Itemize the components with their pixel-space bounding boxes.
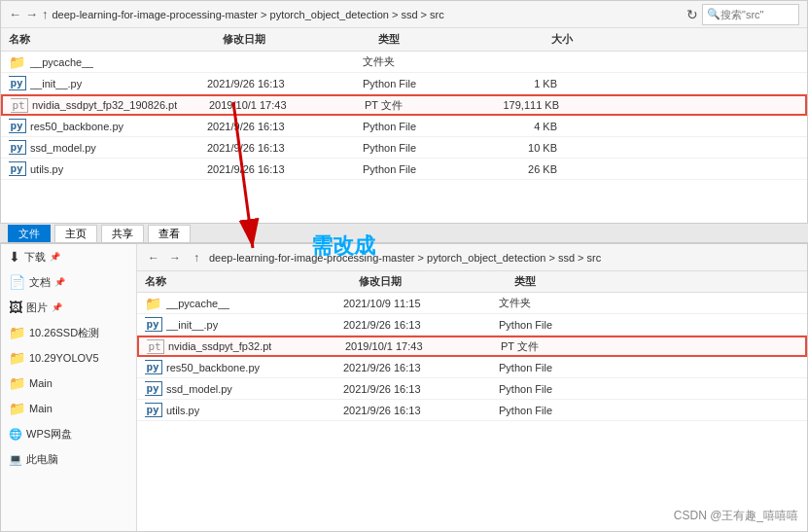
file-size: 4 KB: [479, 121, 557, 132]
file-icon: pt: [11, 97, 26, 113]
sidebar-folder-icon: 🖼: [9, 300, 22, 315]
pin-icon: 📌: [54, 277, 65, 287]
table-row[interactable]: py utils.py 2021/9/26 16:13 Python File: [137, 400, 807, 421]
sidebar-item-Main[interactable]: 📁Main: [1, 396, 136, 421]
table-row[interactable]: pt nvidia_ssdpyt_fp32.pt 2019/10/1 17:43…: [137, 336, 807, 357]
table-row[interactable]: 📁 __pycache__ 2021/10/9 11:15 文件夹: [137, 293, 807, 314]
sidebar-item-下载[interactable]: ⬇下载📌: [1, 244, 136, 269]
up-icon[interactable]: ↑: [42, 7, 49, 21]
file-type: Python File: [363, 121, 479, 132]
sidebar-item-pc[interactable]: 💻此电脑: [1, 446, 136, 472]
pc-label: 此电脑: [26, 452, 58, 467]
top-file-list: 📁 __pycache__ 文件夹 py __init__.py 2021/9/…: [1, 52, 807, 180]
file-date: 2021/9/26 16:13: [207, 163, 363, 175]
file-date: 2019/10/1 17:43: [209, 99, 365, 111]
sidebar-item-文档[interactable]: 📄文档📌: [1, 269, 136, 295]
table-row[interactable]: py __init__.py 2021/9/26 16:13 Python Fi…: [137, 314, 807, 336]
file-icon: py: [145, 381, 160, 397]
file-type: Python File: [363, 78, 479, 89]
file-date: 2021/9/26 16:13: [343, 319, 499, 331]
col-header-name[interactable]: 名称: [9, 32, 223, 47]
bottom-file-explorer: ⬇下载📌📄文档📌🖼图片📌📁10.26SSD检测📁10.29YOLOV5📁Main…: [0, 243, 808, 532]
file-type: Python File: [499, 405, 615, 416]
table-row[interactable]: py ssd_model.py 2021/9/26 16:13 Python F…: [1, 137, 807, 159]
file-icon: pt: [147, 338, 162, 354]
bottom-col-headers: 名称 修改日期 类型: [137, 271, 807, 293]
ribbon-tab-查看[interactable]: 查看: [148, 225, 191, 242]
file-name-text: nvidia_ssdpyt_fp32_190826.pt: [32, 99, 177, 111]
file-name-cell: py __init__.py: [9, 76, 207, 91]
sidebar-item-10.29YOLOV5[interactable]: 📁10.29YOLOV5: [1, 345, 136, 371]
sidebar-label: Main: [29, 403, 53, 414]
file-type: Python File: [499, 362, 615, 373]
bottom-path: deep-learning-for-image-processing-maste…: [209, 252, 601, 264]
col-header-date[interactable]: 修改日期: [223, 32, 378, 47]
file-size: 1 KB: [479, 78, 557, 89]
file-icon: py: [9, 140, 24, 156]
sidebar-folder-icon: 📁: [9, 325, 25, 340]
file-name-text: __pycache__: [30, 56, 93, 68]
sidebar-folder-icon: 📁: [9, 350, 25, 366]
refresh-icon[interactable]: ↻: [686, 7, 698, 22]
sidebar-item-图片[interactable]: 🖼图片📌: [1, 295, 136, 320]
sidebar-label: 文档: [29, 275, 51, 290]
file-type: Python File: [363, 142, 479, 154]
file-icon: py: [9, 76, 24, 91]
table-row[interactable]: py res50_backbone.py 2021/9/26 16:13 Pyt…: [1, 116, 807, 137]
ribbon-tab-文件[interactable]: 文件: [8, 225, 51, 242]
file-name-text: utils.py: [30, 163, 63, 175]
table-row[interactable]: pt nvidia_ssdpyt_fp32_190826.pt 2019/10/…: [1, 94, 807, 116]
ribbon-tab-共享[interactable]: 共享: [101, 225, 144, 242]
file-name-text: __init__.py: [30, 78, 82, 89]
file-name-text: ssd_model.py: [30, 142, 96, 154]
top-search-input[interactable]: [720, 9, 779, 20]
bottom-forward-btn[interactable]: →: [166, 249, 184, 266]
table-row[interactable]: py __init__.py 2021/9/26 16:13 Python Fi…: [1, 73, 807, 94]
file-name-text: res50_backbone.py: [30, 121, 123, 132]
table-row[interactable]: 📁 __pycache__ 文件夹: [1, 52, 807, 73]
ribbon-tab-主页[interactable]: 主页: [54, 225, 97, 242]
bottom-col-date[interactable]: 修改日期: [359, 274, 514, 289]
table-row[interactable]: py utils.py 2021/9/26 16:13 Python File …: [1, 159, 807, 180]
file-type: Python File: [363, 163, 479, 175]
file-icon: py: [145, 360, 160, 375]
table-row[interactable]: py res50_backbone.py 2021/9/26 16:13 Pyt…: [137, 357, 807, 378]
file-icon: 📁: [9, 54, 24, 70]
sidebar-label: 图片: [26, 301, 48, 315]
file-icon: py: [145, 317, 160, 333]
file-date: 2021/9/26 16:13: [343, 362, 499, 373]
bottom-col-type[interactable]: 类型: [514, 274, 631, 289]
bottom-up-btn[interactable]: ↑: [188, 249, 205, 266]
col-header-type[interactable]: 类型: [378, 32, 495, 47]
sidebar-label: 下载: [24, 250, 46, 265]
file-size: 10 KB: [479, 142, 557, 154]
sidebar-label: Main: [29, 377, 53, 389]
file-icon: py: [9, 119, 24, 134]
file-icon: py: [9, 161, 24, 177]
forward-icon[interactable]: →: [25, 7, 38, 21]
col-header-size[interactable]: 大小: [495, 32, 573, 47]
sidebar-folder-icon: 📄: [9, 274, 25, 290]
file-name-text: nvidia_ssdpyt_fp32.pt: [168, 340, 271, 352]
file-size: 179,111 KB: [481, 99, 559, 111]
file-type: Python File: [499, 319, 615, 331]
sidebar-item-Main[interactable]: 📁Main: [1, 371, 136, 396]
back-icon[interactable]: ←: [9, 7, 21, 21]
bottom-sidebar: ⬇下载📌📄文档📌🖼图片📌📁10.26SSD检测📁10.29YOLOV5📁Main…: [1, 244, 137, 531]
bottom-col-name[interactable]: 名称: [145, 274, 359, 289]
table-row[interactable]: py ssd_model.py 2021/9/26 16:13 Python F…: [137, 378, 807, 400]
search-icon: 🔍: [707, 8, 720, 20]
bottom-address-bar: ← → ↑ deep-learning-for-image-processing…: [137, 244, 807, 271]
bottom-back-btn[interactable]: ←: [145, 249, 162, 266]
sidebar-item-wps[interactable]: 🌐WPS网盘: [1, 421, 136, 446]
file-name-cell: 📁 __pycache__: [9, 54, 207, 70]
file-date: 2019/10/1 17:43: [345, 340, 501, 352]
sidebar-folder-icon: 📁: [9, 375, 25, 391]
top-column-headers: 名称 修改日期 类型 大小: [1, 28, 807, 52]
top-search-bar[interactable]: 🔍: [702, 4, 799, 25]
file-date: 2021/9/26 16:13: [207, 142, 363, 154]
file-name-text: __pycache__: [166, 298, 229, 309]
ribbon-bar: 文件主页共享查看: [0, 224, 808, 243]
sidebar-item-10.26SSD检测[interactable]: 📁10.26SSD检测: [1, 320, 136, 345]
file-name-cell: py __init__.py: [145, 317, 343, 333]
